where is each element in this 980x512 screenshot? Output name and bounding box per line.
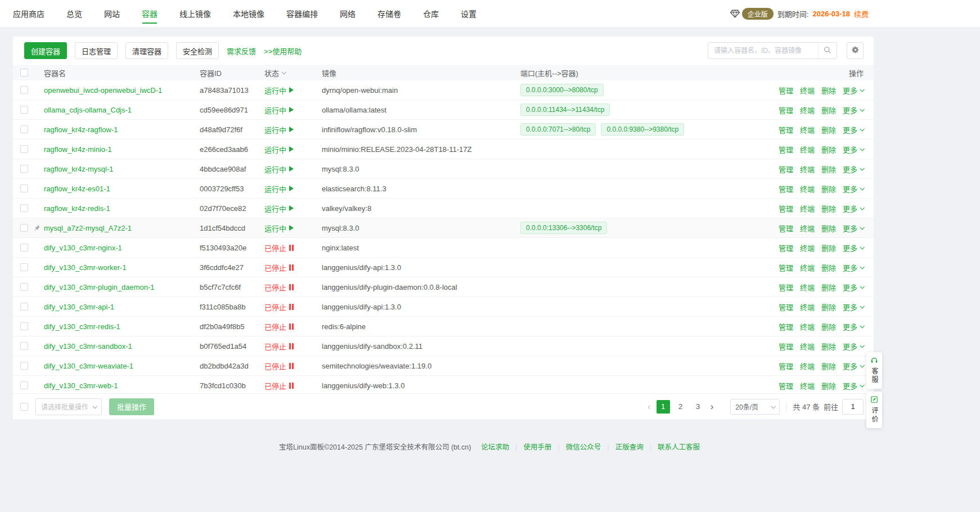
prev-page-button[interactable]: ‹: [646, 402, 653, 411]
status-running[interactable]: 运行中: [264, 85, 294, 96]
more-link[interactable]: 更多: [843, 183, 864, 194]
manage-link[interactable]: 管理: [779, 144, 793, 155]
terminal-link[interactable]: 终端: [800, 321, 815, 332]
status-stopped[interactable]: 已停止: [264, 282, 294, 293]
terminal-link[interactable]: 终端: [800, 282, 815, 293]
port-badge[interactable]: 0.0.0.0:13306-->3306/tcp: [520, 222, 607, 234]
batch-operation-select[interactable]: 请选择批量操作: [35, 398, 102, 415]
more-link[interactable]: 更多: [843, 105, 864, 115]
next-page-button[interactable]: ›: [709, 402, 716, 411]
delete-link[interactable]: 删除: [821, 242, 836, 253]
page-size-select[interactable]: 20条/页: [730, 399, 780, 415]
terminal-link[interactable]: 终端: [800, 85, 815, 96]
container-name-link[interactable]: dify_v130_c3mr-nginx-1: [44, 244, 122, 252]
page-button-2[interactable]: 2: [674, 400, 687, 414]
log-manage-button[interactable]: 日志管理: [75, 42, 118, 59]
table-settings-button[interactable]: [847, 42, 864, 59]
row-checkbox[interactable]: [20, 125, 28, 133]
manage-link[interactable]: 管理: [779, 203, 793, 214]
delete-link[interactable]: 删除: [821, 282, 836, 293]
terminal-link[interactable]: 终端: [800, 124, 815, 135]
row-checkbox[interactable]: [20, 224, 28, 232]
delete-link[interactable]: 删除: [821, 223, 836, 233]
status-running[interactable]: 运行中: [264, 144, 294, 155]
footer-link-4[interactable]: 正版查询: [615, 443, 644, 451]
row-checkbox[interactable]: [20, 283, 28, 291]
delete-link[interactable]: 删除: [821, 341, 836, 352]
terminal-link[interactable]: 终端: [800, 164, 815, 174]
manage-link[interactable]: 管理: [779, 124, 793, 135]
container-name-link[interactable]: ragflow_kr4z-redis-1: [44, 204, 110, 213]
row-checkbox[interactable]: [20, 204, 28, 212]
port-badge[interactable]: 0.0.0.0:7071-->80/tcp: [520, 123, 596, 136]
status-running[interactable]: 运行中: [264, 203, 294, 214]
manage-link[interactable]: 管理: [779, 183, 793, 194]
page-button-1[interactable]: 1: [657, 400, 670, 414]
container-name-link[interactable]: dify_v130_c3mr-web-1: [44, 381, 118, 390]
clean-container-button[interactable]: 清理容器: [125, 42, 168, 59]
delete-link[interactable]: 删除: [821, 321, 836, 332]
nav-tab-compose[interactable]: 容器编排: [286, 0, 318, 27]
row-checkbox[interactable]: [20, 263, 28, 271]
delete-link[interactable]: 删除: [821, 105, 836, 115]
manage-link[interactable]: 管理: [779, 321, 793, 332]
search-input[interactable]: [708, 43, 818, 59]
container-name-link[interactable]: dify_v130_c3mr-weaviate-1: [44, 362, 133, 370]
row-checkbox[interactable]: [20, 106, 28, 114]
delete-link[interactable]: 删除: [821, 85, 836, 96]
more-link[interactable]: 更多: [843, 164, 864, 174]
terminal-link[interactable]: 终端: [800, 380, 815, 391]
container-name-link[interactable]: dify_v130_c3mr-worker-1: [44, 263, 127, 272]
status-running[interactable]: 运行中: [264, 183, 294, 194]
nav-tab-online-images[interactable]: 线上镜像: [179, 0, 211, 27]
select-all-checkbox[interactable]: [20, 69, 28, 77]
row-checkbox[interactable]: [20, 244, 28, 251]
manage-link[interactable]: 管理: [779, 380, 793, 391]
row-checkbox[interactable]: [20, 362, 28, 370]
customer-service-widget[interactable]: 客服: [866, 352, 882, 389]
status-stopped[interactable]: 已停止: [264, 341, 294, 352]
delete-link[interactable]: 删除: [821, 380, 836, 391]
manage-link[interactable]: 管理: [779, 85, 793, 96]
create-container-button[interactable]: 创建容器: [24, 42, 67, 59]
feedback-link[interactable]: 需求反馈: [227, 46, 256, 56]
search-button[interactable]: [818, 43, 837, 59]
manage-link[interactable]: 管理: [779, 282, 793, 293]
delete-link[interactable]: 删除: [821, 262, 836, 273]
container-name-link[interactable]: ragflow_kr4z-mysql-1: [44, 165, 114, 173]
container-name-link[interactable]: ragflow_kr4z-ragflow-1: [44, 125, 118, 134]
help-link[interactable]: >>使用帮助: [264, 46, 302, 56]
nav-tab-settings[interactable]: 设置: [461, 0, 476, 27]
footer-link-2[interactable]: 使用手册: [524, 443, 552, 451]
container-name-link[interactable]: ollama_cdjs-ollama_Cdjs-1: [44, 106, 132, 114]
more-link[interactable]: 更多: [843, 321, 864, 332]
status-running[interactable]: 运行中: [264, 105, 294, 115]
delete-link[interactable]: 删除: [821, 183, 836, 194]
row-checkbox[interactable]: [20, 86, 28, 94]
terminal-link[interactable]: 终端: [800, 242, 815, 253]
container-name-link[interactable]: ragflow_kr4z-minio-1: [44, 145, 112, 154]
container-name-link[interactable]: dify_v130_c3mr-api-1: [44, 303, 114, 311]
port-badge[interactable]: 0.0.0.0:3000-->8080/tcp: [520, 84, 604, 96]
nav-tab-network[interactable]: 网络: [340, 0, 356, 27]
nav-tab-registry[interactable]: 仓库: [423, 0, 439, 27]
more-link[interactable]: 更多: [843, 144, 864, 155]
review-widget[interactable]: 评价: [866, 392, 882, 428]
page-button-3[interactable]: 3: [691, 400, 705, 414]
more-link[interactable]: 更多: [843, 223, 864, 233]
row-checkbox[interactable]: [20, 322, 28, 330]
row-checkbox[interactable]: [20, 165, 28, 173]
row-checkbox[interactable]: [20, 185, 28, 192]
port-badge[interactable]: 0.0.0.0:11434-->11434/tcp: [520, 104, 610, 116]
status-stopped[interactable]: 已停止: [264, 380, 294, 391]
terminal-link[interactable]: 终端: [800, 203, 815, 214]
nav-tab-appstore[interactable]: 应用商店: [13, 0, 44, 27]
container-name-link[interactable]: ragflow_kr4z-es01-1: [44, 185, 110, 193]
nav-tab-sites[interactable]: 网站: [104, 0, 120, 27]
header-status-filter[interactable]: 状态: [264, 68, 322, 78]
row-checkbox[interactable]: [20, 303, 28, 311]
more-link[interactable]: 更多: [843, 85, 864, 96]
delete-link[interactable]: 删除: [821, 164, 836, 174]
footer-link-3[interactable]: 微信公众号: [566, 443, 601, 451]
manage-link[interactable]: 管理: [779, 223, 793, 233]
